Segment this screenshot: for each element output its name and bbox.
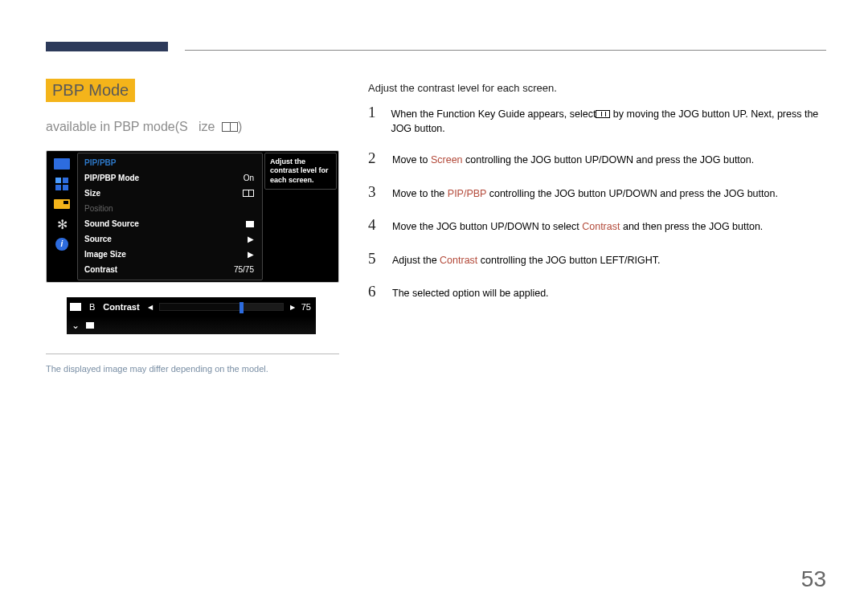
square-icon: [86, 322, 94, 329]
osd-source-label: Source: [84, 235, 112, 243]
osd-mode-label: PIP/PBP Mode: [84, 174, 139, 182]
osd-tooltip: Adjust the contrast level for each scree…: [264, 153, 337, 190]
pbp-size-icon: [222, 122, 238, 132]
osd-menu-screenshot: ✻ i PIP/PBP PIP/PBP Mode On Size Positio…: [46, 150, 339, 283]
step-number: 4: [368, 215, 381, 236]
slider-track: [159, 303, 284, 311]
step-text: Move to the PIP/PBP controlling the JOG …: [392, 187, 778, 202]
slider-value: 75: [301, 302, 311, 312]
osd-row-contrast: Contrast 75/75: [78, 262, 262, 277]
left-column: PBP Mode available in PBP mode(S ize ) ✻…: [46, 79, 339, 374]
screen-tab-icon: [52, 175, 72, 193]
step-1: 1 When the Function Key Guide appears, s…: [368, 102, 826, 136]
steps-list: 1 When the Function Key Guide appears, s…: [368, 102, 826, 303]
slider-label: Contrast: [103, 302, 139, 312]
slider-letter: B: [89, 302, 95, 312]
osd-row-size: Size: [78, 186, 262, 201]
slider-pbp-icon: [70, 303, 81, 311]
header-rule: [185, 50, 826, 51]
osd-row-sound: Sound Source: [78, 216, 262, 231]
slider-body: ◀ ▶ 75: [148, 302, 311, 312]
pbp-split-icon: [243, 190, 254, 197]
osd-title: PIP/PBP: [78, 153, 262, 170]
osd-contrast-value: 75/75: [234, 265, 254, 274]
step-number: 6: [368, 281, 381, 303]
osd-position-label: Position: [84, 204, 113, 213]
menu-icon: [596, 110, 610, 118]
osd-imgsize-label: Image Size: [84, 250, 126, 259]
right-column: Adjust the contrast level for each scree…: [368, 82, 826, 315]
slider-bottom-bar: ⌄: [67, 317, 316, 334]
settings-tab-icon: ✻: [52, 215, 72, 233]
step-number: 3: [368, 182, 381, 203]
picture-tab-icon: [52, 155, 72, 173]
subtitle-suffix: ): [238, 120, 242, 133]
arrow-left-icon: ◀: [148, 304, 153, 311]
divider: [46, 353, 339, 354]
step-number: 1: [368, 102, 379, 124]
step-text: Move to Screen controlling the JOG butto…: [392, 153, 754, 168]
subtitle-s: S: [179, 120, 188, 133]
osd-size-label: Size: [84, 189, 100, 198]
step-3: 3 Move to the PIP/PBP controlling the JO…: [368, 182, 826, 203]
slider-handle: [240, 302, 244, 313]
sound-source-icon: [246, 221, 254, 227]
step-2: 2 Move to Screen controlling the JOG but…: [368, 148, 826, 170]
step-text: Adjust the Contrast controlling the JOG …: [392, 254, 661, 268]
step-text: Move the JOG button UP/DOWN to select Co…: [392, 220, 763, 235]
step-number: 5: [368, 248, 381, 270]
osd-row-mode: PIP/PBP Mode On: [78, 170, 262, 186]
subtitle: available in PBP mode(S ize ): [46, 120, 339, 134]
section-title: PBP Mode: [46, 79, 135, 102]
page-number: 53: [801, 566, 826, 592]
step-text: When the Function Key Guide appears, sel…: [391, 108, 826, 136]
step-6: 6 The selected option will be applied.: [368, 281, 826, 303]
arrow-right-icon: ▶: [248, 235, 254, 243]
footnote: The displayed image may differ depending…: [46, 364, 339, 374]
step-text: The selected option will be applied.: [392, 287, 549, 301]
step-5: 5 Adjust the Contrast controlling the JO…: [368, 248, 826, 270]
step-4: 4 Move the JOG button UP/DOWN to select …: [368, 215, 826, 236]
slider-screenshot: B Contrast ◀ ▶ 75 ⌄: [67, 297, 316, 334]
osd-main-panel: PIP/PBP PIP/PBP Mode On Size Position So…: [77, 153, 263, 280]
lead-text: Adjust the contrast level for each scree…: [368, 82, 826, 94]
osd-sound-label: Sound Source: [84, 219, 139, 228]
osd-sidebar: ✻ i: [48, 153, 76, 280]
osd-contrast-label: Contrast: [84, 265, 117, 274]
header-accent-bar: [46, 42, 168, 51]
osd-row-image-size: Image Size ▶: [78, 247, 262, 262]
pip-pbp-tab-icon: [52, 195, 72, 213]
osd-mode-value: On: [244, 174, 254, 182]
subtitle-prefix: available in PBP mode(: [46, 120, 179, 133]
arrow-right-icon: ▶: [248, 250, 254, 259]
chevron-down-icon: ⌄: [72, 320, 80, 331]
info-tab-icon: i: [52, 235, 72, 253]
step-number: 2: [368, 148, 381, 170]
subtitle-ize: ize: [199, 120, 215, 133]
slider-bar: B Contrast ◀ ▶ 75: [67, 297, 316, 317]
slider-fill: [160, 304, 240, 310]
osd-row-position: Position: [78, 201, 262, 216]
osd-row-source: Source ▶: [78, 231, 262, 247]
arrow-right-icon: ▶: [290, 304, 295, 311]
